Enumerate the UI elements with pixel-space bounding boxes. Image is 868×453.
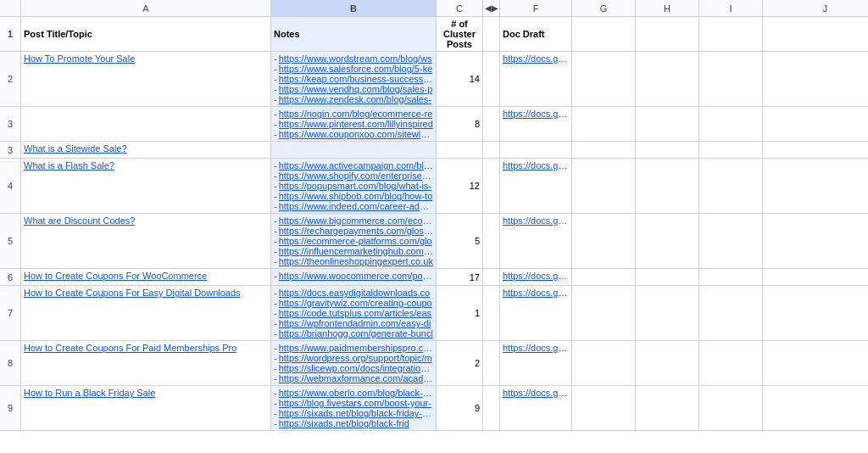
doc-draft-link[interactable]: https://docs.google.com/document/d/10u--… [503,160,569,171]
reference-link[interactable]: https://wpfrontendadmin.com/easy-di [279,318,431,328]
cell-g [572,52,636,106]
cell-doc-draft[interactable]: https://docs.google.com/document/d/10u--… [500,159,572,213]
col-header-a[interactable]: A [21,0,271,16]
col-header-i[interactable]: I [699,0,763,16]
cell-topic[interactable]: How To Promote Your Sale [21,52,271,106]
table-row: 8How to Create Coupons For Paid Membersh… [0,341,868,386]
cell-topic[interactable]: What are Discount Codes? [21,214,271,268]
link-prefix: - [274,94,277,104]
cell-doc-draft[interactable]: https://docs.google.com/document/d/11eTd… [500,52,572,106]
reference-link[interactable]: https://influencermarketinghub.com/di [279,246,433,256]
reference-link[interactable]: https://ecommerce-platforms.com/glo [279,236,432,246]
col-header-j[interactable]: J [763,0,868,16]
reference-link[interactable]: https://popupsmart.com/blog/what-is- [279,181,431,191]
topic-link[interactable]: How to Create Coupons For Paid Membershi… [24,343,268,353]
list-item: - https://www.shopify.com/enterprise/fla [274,171,433,181]
reference-link[interactable]: https://blog.fivestars.com/boost-your- [279,398,431,408]
link-prefix: - [274,373,277,383]
reference-link[interactable]: https://nogin.com/blog/ecommerce-re [279,109,433,119]
header-cell-i [699,17,763,51]
topic-link[interactable]: How to Run a Black Friday Sale [24,388,268,398]
topic-link[interactable]: How to Create Coupons For WooCommerce [24,271,268,281]
cell-doc-draft[interactable]: https://docs.google.com/document/d/1oWeP… [500,286,572,340]
reference-link[interactable]: https://www.shopify.com/enterprise/fla [279,171,433,181]
cell-topic[interactable]: How to Run a Black Friday Sale [21,386,271,430]
doc-draft-link[interactable]: https://docs.google.com/document/d/1x3Q9… [503,388,569,398]
reference-link[interactable]: https://www.activecampaign.com/blog [279,160,433,171]
doc-draft-link[interactable]: https://docs.google.com/document/d/1oWeP… [503,288,569,298]
list-item: - https://sixads.net/blog/black-friday-i… [274,408,433,418]
reference-link[interactable]: https://www.woocommerce.com/posts/cour [279,271,433,281]
reference-link[interactable]: https://www.indeed.com/career-advice [279,201,433,211]
reference-link[interactable]: https://www.zendesk.com/blog/sales- [279,94,431,104]
row-num-8: 8 [0,341,21,385]
reference-link[interactable]: https://www.bigcommerce.com/ecome [279,215,433,226]
col-header-f[interactable]: F [500,0,572,16]
reference-link[interactable]: https://sixads.net/blog/black-frid [279,418,409,428]
reference-link[interactable]: https://webmaxformance.com/academ [279,373,433,383]
nav-arrows[interactable]: ◀▶ [485,3,498,13]
cell-topic[interactable]: How to Create Coupons For Easy Digital D… [21,286,271,340]
col-header-c[interactable]: C [437,0,483,16]
reference-link[interactable]: https://theonlineshoppingexpert.co.uk [279,256,433,266]
cell-cluster-count: 8 [437,107,483,141]
list-item: - https://www.shipbob.com/blog/how-to [274,191,433,201]
reference-link[interactable]: https://www.vendhq.com/blog/sales-p [279,84,433,94]
header-cell-nav [483,17,500,51]
link-prefix: - [274,288,277,298]
cell-h [636,214,699,268]
reference-link[interactable]: https://keap.com/business-success-bl [279,74,433,84]
reference-link[interactable]: https://code.tutsplus.com/articles/eas [279,308,431,318]
header-cell-doc-draft: Doc Draft [500,17,572,51]
doc-draft-link[interactable]: https://docs.google.com/document/d/11eTd… [503,53,569,64]
reference-link[interactable]: https://slicewp.com/docs/integration-p [279,363,433,373]
reference-link[interactable]: https://rechargepayments.com/glossa [279,226,433,236]
cell-doc-draft[interactable]: https://docs.google.com/document/d/1DMkg… [500,214,572,268]
link-prefix: - [274,318,277,328]
list-item: - https://www.wordstream.com/blog/ws [274,53,433,64]
col-header-g[interactable]: G [572,0,636,16]
col-header-nav[interactable]: ◀▶ [483,0,500,16]
topic-link[interactable]: What is a Flash Sale? [24,160,268,171]
cell-topic[interactable]: What is a Flash Sale? [21,159,271,213]
col-header-h[interactable]: H [636,0,699,16]
doc-draft-link[interactable]: https://docs.google.com/document/d/18Jbj… [503,271,569,281]
cluster-number: 17 [439,272,480,282]
cell-nav [483,286,500,340]
reference-link[interactable]: https://wordpress.org/support/topic/m [279,353,432,363]
cell-doc-draft[interactable]: https://docs.google.com/document/d/18Jbj… [500,269,572,285]
cell-cluster-count: 2 [437,341,483,385]
link-prefix: - [274,129,277,139]
cell-doc-draft[interactable]: https://docs.google.com/document/d/1slMu… [500,341,572,385]
reference-link[interactable]: https://www.salesforce.com/blog/5-ke [279,64,433,74]
reference-link[interactable]: https://www.wordstream.com/blog/ws [279,53,432,64]
reference-link[interactable]: https://www.pinterest.com/lillyinspired [279,119,433,129]
list-item: - https://keap.com/business-success-bl [274,74,433,84]
cell-topic[interactable]: How to Create Coupons For WooCommerce [21,269,271,285]
reference-link[interactable]: https://www.couponxoo.com/sitewide- [279,129,433,139]
link-prefix: - [274,408,277,418]
table-row: 9How to Run a Black Friday Sale- https:/… [0,386,868,431]
reference-link[interactable]: https://www.paidmembershipspro.com [279,343,433,353]
cell-topic[interactable]: What is a Sitewide Sale? [21,142,271,158]
reference-link[interactable]: https://brianhogg.com/generate-buncl [279,328,433,338]
doc-draft-link[interactable]: https://docs.google.com/document/d/1DMkg… [503,215,569,226]
topic-link[interactable]: How To Promote Your Sale [24,53,268,64]
cell-doc-draft[interactable]: https://docs.google.com/document/d/1fflN… [500,107,572,141]
doc-draft-link[interactable]: https://docs.google.com/document/d/1fflN… [503,109,569,119]
reference-link[interactable]: https://sixads.net/blog/black-friday-ide [279,408,433,418]
cell-topic[interactable]: How to Create Coupons For Paid Membershi… [21,341,271,385]
reference-link[interactable]: https://www.shipbob.com/blog/how-to [279,191,433,201]
list-item: - https://influencermarketinghub.com/di [274,246,433,256]
reference-link[interactable]: https://docs.easydigitaldownloads.co [279,288,431,298]
reference-link[interactable]: https://www.oberlo.com/blog/black-frid [279,388,433,398]
col-header-b[interactable]: B [271,0,437,16]
topic-link[interactable]: How to Create Coupons For Easy Digital D… [24,288,268,298]
doc-draft-link[interactable]: https://docs.google.com/document/d/1slMu… [503,343,569,353]
link-prefix: - [274,226,277,236]
cell-doc-draft[interactable]: https://docs.google.com/document/d/1x3Q9… [500,386,572,430]
row-num-3: 3 [0,107,21,141]
topic-link[interactable]: What is a Sitewide Sale? [24,143,268,154]
reference-link[interactable]: https://gravitywiz.com/creating-coupo [279,298,432,308]
topic-link[interactable]: What are Discount Codes? [24,215,268,226]
